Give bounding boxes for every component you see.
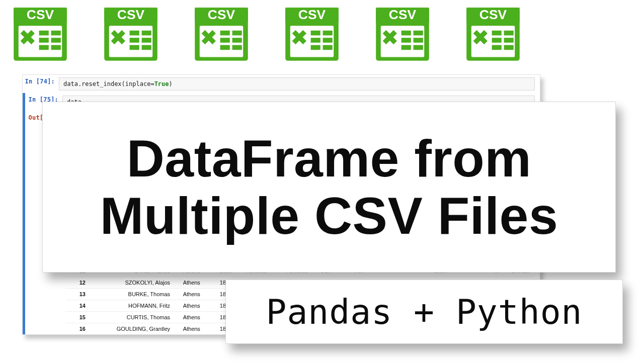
csv-file-icon: CSV (282, 4, 342, 64)
in-prompt: In [74]: (23, 75, 59, 88)
svg-text:CSV: CSV (27, 7, 54, 22)
csv-icon-row: CSV CSV CSV CSV (0, 0, 644, 64)
svg-rect-7 (51, 38, 61, 43)
csv-file-icon: CSV (372, 4, 433, 64)
csv-file-icon: CSV (463, 4, 523, 64)
svg-rect-58 (492, 45, 502, 50)
title-text: DataFrame from Multiple CSV Files (100, 130, 558, 245)
csv-file-icon: CSV (10, 4, 70, 64)
svg-rect-5 (51, 31, 61, 36)
svg-rect-26 (220, 38, 230, 43)
svg-text:CSV: CSV (389, 7, 417, 22)
code-cell-74: In [74]: data.reset_index(inplace=True) (23, 75, 540, 93)
csv-file-icon: CSV (101, 4, 161, 64)
svg-rect-16 (130, 38, 139, 43)
svg-rect-46 (401, 38, 411, 43)
svg-rect-25 (232, 31, 242, 36)
svg-text:CSV: CSV (208, 7, 235, 22)
svg-rect-6 (39, 38, 49, 43)
svg-rect-28 (220, 45, 230, 50)
svg-rect-49 (414, 45, 423, 50)
svg-rect-38 (311, 45, 320, 50)
svg-rect-15 (142, 31, 151, 36)
svg-rect-55 (504, 31, 514, 36)
svg-text:CSV: CSV (479, 7, 507, 22)
svg-rect-14 (130, 31, 139, 36)
svg-rect-37 (323, 38, 333, 43)
svg-rect-57 (504, 38, 514, 43)
svg-rect-35 (323, 31, 333, 36)
svg-rect-19 (142, 45, 151, 50)
csv-file-icon: CSV (191, 4, 252, 64)
svg-rect-4 (39, 31, 49, 36)
svg-text:CSV: CSV (298, 7, 326, 22)
svg-rect-47 (414, 38, 423, 43)
svg-rect-39 (323, 45, 333, 50)
svg-rect-18 (130, 45, 139, 50)
svg-rect-17 (142, 38, 151, 43)
subtitle-card: Pandas + Python (225, 280, 623, 344)
svg-rect-36 (311, 38, 320, 43)
code-body[interactable]: data.reset_index(inplace=True) (59, 77, 535, 90)
svg-text:CSV: CSV (117, 7, 145, 22)
svg-rect-29 (232, 45, 242, 50)
svg-rect-45 (414, 31, 423, 36)
svg-rect-59 (504, 45, 514, 50)
svg-rect-24 (220, 31, 230, 36)
svg-rect-34 (311, 31, 320, 36)
svg-rect-8 (39, 45, 49, 50)
title-card: DataFrame from Multiple CSV Files (42, 102, 616, 273)
svg-rect-9 (51, 45, 61, 50)
subtitle-text: Pandas + Python (266, 292, 582, 332)
svg-rect-48 (401, 45, 411, 50)
svg-rect-56 (492, 38, 502, 43)
svg-rect-54 (492, 31, 502, 36)
svg-rect-27 (232, 38, 242, 43)
svg-rect-44 (401, 31, 411, 36)
